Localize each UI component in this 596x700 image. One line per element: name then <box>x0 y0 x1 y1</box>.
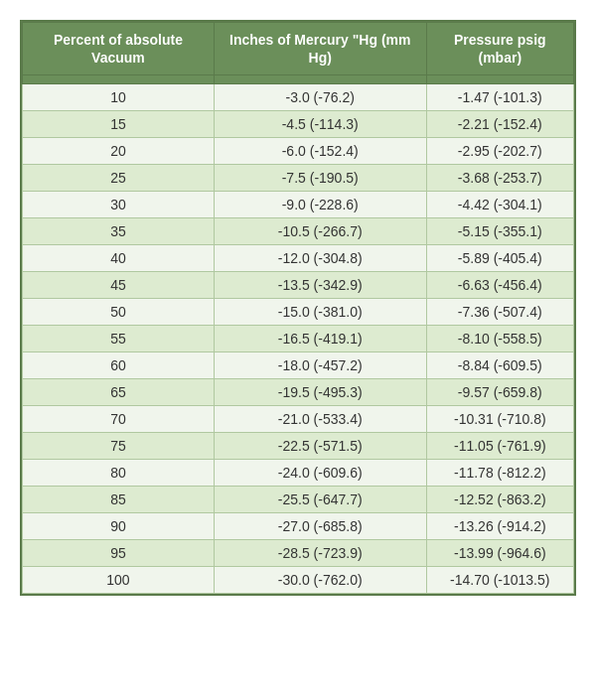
cell-vacuum: 60 <box>23 352 215 379</box>
table-row: 40-12.0 (-304.8)-5.89 (-405.4) <box>23 245 574 272</box>
table-row: 45-13.5 (-342.9)-6.63 (-456.4) <box>23 272 574 299</box>
cell-vacuum: 15 <box>23 111 215 138</box>
table-row: 60-18.0 (-457.2)-8.84 (-609.5) <box>23 352 574 379</box>
cell-pressure: -10.31 (-710.8) <box>426 406 573 433</box>
cell-pressure: -5.15 (-355.1) <box>426 218 573 245</box>
cell-vacuum: 70 <box>23 406 215 433</box>
table-row: 100-30.0 (-762.0)-14.70 (-1013.5) <box>23 567 574 594</box>
vacuum-table: Percent of absolute Vacuum Inches of Mer… <box>22 22 574 594</box>
cell-pressure: -2.95 (-202.7) <box>426 138 573 165</box>
table-row: 70-21.0 (-533.4)-10.31 (-710.8) <box>23 406 574 433</box>
cell-pressure: -2.21 (-152.4) <box>426 111 573 138</box>
cell-vacuum: 35 <box>23 218 215 245</box>
cell-mercury: -24.0 (-609.6) <box>214 460 426 487</box>
cell-vacuum: 25 <box>23 165 215 192</box>
cell-mercury: -16.5 (-419.1) <box>214 326 426 352</box>
cell-pressure: -8.84 (-609.5) <box>426 352 573 379</box>
cell-pressure: -13.26 (-914.2) <box>426 513 573 540</box>
table-row: 25-7.5 (-190.5)-3.68 (-253.7) <box>23 165 574 192</box>
cell-pressure: -5.89 (-405.4) <box>426 245 573 272</box>
header-pressure: Pressure psig (mbar) <box>426 23 573 75</box>
cell-mercury: -9.0 (-228.6) <box>214 192 426 218</box>
cell-mercury: -15.0 (-381.0) <box>214 299 426 326</box>
cell-pressure: -6.63 (-456.4) <box>426 272 573 299</box>
cell-mercury: -27.0 (-685.8) <box>214 513 426 540</box>
cell-mercury: -28.5 (-723.9) <box>214 540 426 567</box>
cell-vacuum: 55 <box>23 326 215 352</box>
header-mercury: Inches of Mercury "Hg (mm Hg) <box>214 23 426 75</box>
table-row: 50-15.0 (-381.0)-7.36 (-507.4) <box>23 299 574 326</box>
cell-mercury: -4.5 (-114.3) <box>214 111 426 138</box>
table-row: 80-24.0 (-609.6)-11.78 (-812.2) <box>23 460 574 487</box>
table-row: 30-9.0 (-228.6)-4.42 (-304.1) <box>23 192 574 218</box>
cell-pressure: -3.68 (-253.7) <box>426 165 573 192</box>
cell-pressure: -12.52 (-863.2) <box>426 487 573 513</box>
vacuum-table-wrapper: Percent of absolute Vacuum Inches of Mer… <box>20 20 576 596</box>
table-row: 85-25.5 (-647.7)-12.52 (-863.2) <box>23 487 574 513</box>
cell-mercury: -6.0 (-152.4) <box>214 138 426 165</box>
cell-pressure: -11.05 (-761.9) <box>426 433 573 460</box>
cell-vacuum: 75 <box>23 433 215 460</box>
cell-mercury: -19.5 (-495.3) <box>214 379 426 406</box>
cell-vacuum: 90 <box>23 513 215 540</box>
cell-vacuum: 50 <box>23 299 215 326</box>
cell-vacuum: 20 <box>23 138 215 165</box>
cell-mercury: -30.0 (-762.0) <box>214 567 426 594</box>
cell-pressure: -9.57 (-659.8) <box>426 379 573 406</box>
table-row: 10-3.0 (-76.2)-1.47 (-101.3) <box>23 84 574 111</box>
table-row: 90-27.0 (-685.8)-13.26 (-914.2) <box>23 513 574 540</box>
cell-pressure: -13.99 (-964.6) <box>426 540 573 567</box>
cell-vacuum: 45 <box>23 272 215 299</box>
cell-mercury: -22.5 (-571.5) <box>214 433 426 460</box>
cell-vacuum: 80 <box>23 460 215 487</box>
cell-pressure: -4.42 (-304.1) <box>426 192 573 218</box>
cell-pressure: -11.78 (-812.2) <box>426 460 573 487</box>
cell-mercury: -18.0 (-457.2) <box>214 352 426 379</box>
cell-mercury: -7.5 (-190.5) <box>214 165 426 192</box>
cell-pressure: -7.36 (-507.4) <box>426 299 573 326</box>
table-row: 65-19.5 (-495.3)-9.57 (-659.8) <box>23 379 574 406</box>
cell-mercury: -10.5 (-266.7) <box>214 218 426 245</box>
cell-vacuum: 85 <box>23 487 215 513</box>
table-row: 55-16.5 (-419.1)-8.10 (-558.5) <box>23 326 574 352</box>
cell-mercury: -12.0 (-304.8) <box>214 245 426 272</box>
cell-vacuum: 65 <box>23 379 215 406</box>
cell-mercury: -25.5 (-647.7) <box>214 487 426 513</box>
cell-pressure: -14.70 (-1013.5) <box>426 567 573 594</box>
cell-vacuum: 30 <box>23 192 215 218</box>
cell-vacuum: 95 <box>23 540 215 567</box>
cell-pressure: -1.47 (-101.3) <box>426 84 573 111</box>
cell-mercury: -13.5 (-342.9) <box>214 272 426 299</box>
table-row: 95-28.5 (-723.9)-13.99 (-964.6) <box>23 540 574 567</box>
table-row: 15-4.5 (-114.3)-2.21 (-152.4) <box>23 111 574 138</box>
table-row: 75-22.5 (-571.5)-11.05 (-761.9) <box>23 433 574 460</box>
cell-pressure: -8.10 (-558.5) <box>426 326 573 352</box>
cell-vacuum: 100 <box>23 567 215 594</box>
header-vacuum: Percent of absolute Vacuum <box>23 23 215 75</box>
table-row: 35-10.5 (-266.7)-5.15 (-355.1) <box>23 218 574 245</box>
cell-vacuum: 40 <box>23 245 215 272</box>
table-row: 20-6.0 (-152.4)-2.95 (-202.7) <box>23 138 574 165</box>
cell-vacuum: 10 <box>23 84 215 111</box>
cell-mercury: -3.0 (-76.2) <box>214 84 426 111</box>
cell-mercury: -21.0 (-533.4) <box>214 406 426 433</box>
